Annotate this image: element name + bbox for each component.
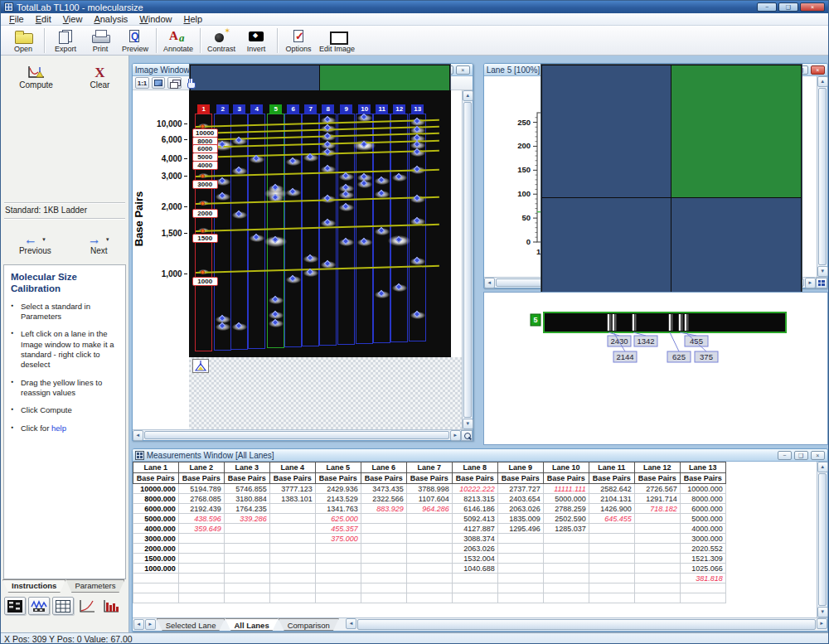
gel-lane-6[interactable] — [284, 114, 302, 347]
lane-number-chip-10[interactable]: 10 — [358, 104, 371, 114]
toolbar-open-button[interactable]: Open — [6, 27, 41, 54]
lane-number-chip-8[interactable]: 8 — [322, 104, 334, 114]
toolbar-print-button[interactable]: Print — [83, 27, 118, 54]
magnifier-icon[interactable] — [461, 430, 473, 441]
scrollbar-thumb[interactable] — [357, 619, 816, 630]
zoom-1-1-button[interactable]: 1:1 — [135, 77, 150, 89]
tab-scroll-right-icon[interactable]: ► — [145, 619, 156, 630]
column-header[interactable]: Lane 1 — [133, 462, 178, 473]
gel-view-icon[interactable] — [4, 597, 26, 615]
lane-number-chip-4[interactable]: 4 — [250, 104, 263, 114]
column-header[interactable]: Lane 2 — [178, 462, 224, 473]
menu-item-view[interactable]: View — [57, 14, 89, 24]
gel-image[interactable]: 1234567891011121310000800060005000400030… — [189, 90, 451, 357]
toolbar-invert-button[interactable]: Invert — [239, 27, 274, 54]
vertical-scrollbar[interactable]: ▲ ▼ — [817, 462, 827, 617]
minimize-icon[interactable]: − — [778, 451, 792, 460]
lane-number-chip-6[interactable]: 6 — [287, 104, 299, 114]
gel-lane-12[interactable] — [390, 114, 408, 342]
toolbar-options-button[interactable]: ✓Options — [281, 27, 316, 54]
close-icon[interactable]: × — [800, 2, 825, 12]
toolbar-annotate-button[interactable]: AaAnnotate — [160, 27, 196, 54]
table-view-icon[interactable] — [52, 597, 74, 615]
tab-parameters[interactable]: Parameters — [65, 579, 124, 593]
scrollbar-thumb[interactable] — [818, 473, 827, 606]
scroll-left-icon[interactable]: ◄ — [484, 278, 495, 288]
tab-all-lanes[interactable]: All Lanes — [225, 618, 278, 631]
curve-view-icon[interactable] — [76, 597, 98, 615]
toolbar-preview-button[interactable]: QPreview — [118, 27, 153, 54]
standard-line-handle[interactable] — [201, 229, 205, 233]
lane-number-chip-2[interactable]: 2 — [216, 104, 229, 114]
scroll-left-icon[interactable]: ◄ — [346, 618, 356, 629]
previous-dropdown-icon[interactable]: ▼ — [41, 237, 46, 242]
menu-item-analysis[interactable]: Analysis — [88, 14, 133, 24]
lane-number-chip-12[interactable]: 12 — [393, 104, 405, 114]
tab-comparison[interactable]: Comparison — [279, 618, 339, 631]
scrollbar-thumb[interactable] — [463, 102, 472, 418]
next-dropdown-icon[interactable]: ▼ — [105, 237, 110, 242]
scroll-right-icon[interactable]: ► — [450, 430, 461, 441]
scroll-up-icon[interactable]: ▲ — [817, 462, 828, 472]
column-header[interactable]: Lane 8 — [452, 462, 497, 473]
close-icon[interactable]: × — [811, 65, 825, 75]
toolbar-export-button[interactable]: Export — [48, 27, 83, 54]
tab-instructions[interactable]: Instructions — [2, 579, 65, 593]
scroll-down-icon[interactable]: ▼ — [817, 607, 828, 617]
scrollbar-thumb[interactable] — [818, 88, 827, 265]
previous-button[interactable]: ←▼ Previous — [19, 233, 51, 255]
toolbar-edit-image-button[interactable]: Edit Image — [316, 27, 358, 54]
column-header[interactable]: Lane 5 — [315, 462, 361, 473]
standard-value-label[interactable]: 3000 — [192, 180, 218, 189]
scroll-up-icon[interactable]: ▲ — [817, 76, 828, 87]
column-header[interactable]: Lane 10 — [543, 462, 589, 473]
clear-button[interactable]: X Clear — [90, 64, 109, 90]
lane-number-chip-9[interactable]: 9 — [340, 104, 352, 114]
vertical-scrollbar[interactable]: ▲ ▼ — [817, 76, 827, 277]
restore-icon[interactable]: ❑ — [794, 451, 808, 460]
tab-selected-lane[interactable]: Selected Lane — [157, 618, 225, 631]
image-window-titlebar[interactable]: Image Window [Zoomed to fit] − ❑ × — [133, 64, 473, 76]
column-header[interactable]: Lane 11 — [589, 462, 634, 473]
profile-view-icon[interactable] — [28, 597, 50, 615]
tab-scroll-left-icon[interactable]: ◄ — [133, 619, 144, 630]
close-icon[interactable]: × — [811, 451, 825, 460]
standard-value-label[interactable]: 1000 — [192, 277, 218, 286]
lane-number-chip-11[interactable]: 11 — [376, 104, 388, 114]
column-header[interactable]: Lane 12 — [634, 462, 680, 473]
menu-item-help[interactable]: Help — [177, 14, 208, 24]
scroll-right-icon[interactable]: ► — [805, 278, 816, 288]
vertical-scrollbar[interactable]: ▲ ▼ — [462, 90, 473, 429]
standard-value-label[interactable]: 2000 — [192, 209, 218, 218]
chart-options-icon[interactable] — [816, 278, 827, 288]
restore-icon[interactable]: ❑ — [778, 2, 798, 12]
pages-button[interactable] — [167, 77, 182, 89]
standard-line-handle[interactable] — [201, 270, 205, 274]
menu-item-window[interactable]: Window — [133, 14, 177, 24]
scrollbar-thumb[interactable] — [144, 431, 449, 439]
minimize-icon[interactable]: − — [757, 2, 777, 12]
lane-number-chip-1[interactable]: 1 — [197, 104, 210, 114]
scroll-down-icon[interactable]: ▼ — [463, 419, 473, 429]
histogram-view-icon[interactable] — [100, 597, 122, 615]
column-header[interactable]: Lane 6 — [361, 462, 406, 473]
gel-lane-7[interactable] — [302, 114, 319, 346]
marker-tool-icon[interactable] — [192, 359, 209, 373]
toolbar-contrast-button[interactable]: Contrast — [204, 27, 239, 54]
scroll-right-icon[interactable]: ► — [817, 618, 827, 629]
standard-value-label[interactable]: 4000 — [192, 161, 218, 170]
lane-number-chip-7[interactable]: 7 — [304, 104, 317, 114]
next-button[interactable]: →▼ Next — [88, 233, 110, 255]
gel-lane-9[interactable] — [337, 114, 355, 345]
column-header[interactable]: Lane 4 — [269, 462, 315, 473]
scroll-left-icon[interactable]: ◄ — [133, 430, 143, 441]
measurements-window-titlebar[interactable]: Measurements Window [All Lanes] − ❑ × — [133, 449, 827, 462]
lane-strip-image[interactable] — [544, 312, 786, 332]
close-icon[interactable]: × — [456, 65, 470, 75]
column-header[interactable]: Lane 3 — [224, 462, 269, 473]
help-link[interactable]: help — [49, 424, 66, 433]
lane-number-chip-3[interactable]: 3 — [233, 104, 245, 114]
column-header[interactable]: Lane 7 — [406, 462, 452, 473]
gel-lane-4[interactable] — [248, 114, 265, 349]
lane-number-chip-5[interactable]: 5 — [269, 104, 282, 114]
